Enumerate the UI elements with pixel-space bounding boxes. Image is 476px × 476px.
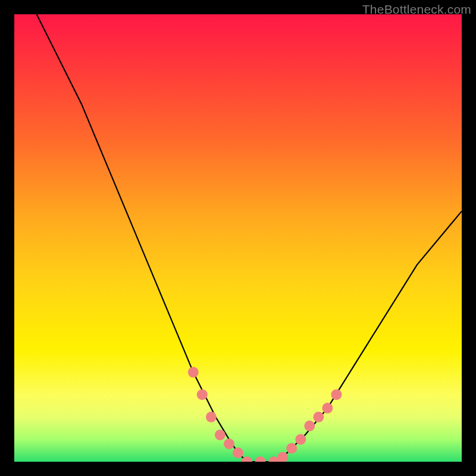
marker-point [224, 439, 234, 449]
marker-group [188, 367, 342, 462]
marker-point [304, 421, 315, 431]
marker-point [295, 434, 306, 444]
marker-point [268, 456, 279, 462]
marker-point [255, 456, 266, 462]
marker-point [197, 389, 208, 400]
marker-point [322, 403, 333, 414]
chart-frame: TheBottleneck.com [0, 0, 476, 476]
marker-point [313, 412, 324, 422]
marker-point [206, 412, 217, 422]
marker-point [331, 389, 342, 400]
marker-point [277, 452, 288, 462]
marker-point [215, 430, 226, 440]
plot-area [14, 14, 462, 462]
marker-point [233, 447, 243, 458]
marker-point [188, 367, 199, 378]
curve-layer [14, 14, 462, 462]
marker-point [286, 443, 297, 453]
marker-point [242, 456, 252, 462]
bottleneck-curve [37, 14, 462, 462]
